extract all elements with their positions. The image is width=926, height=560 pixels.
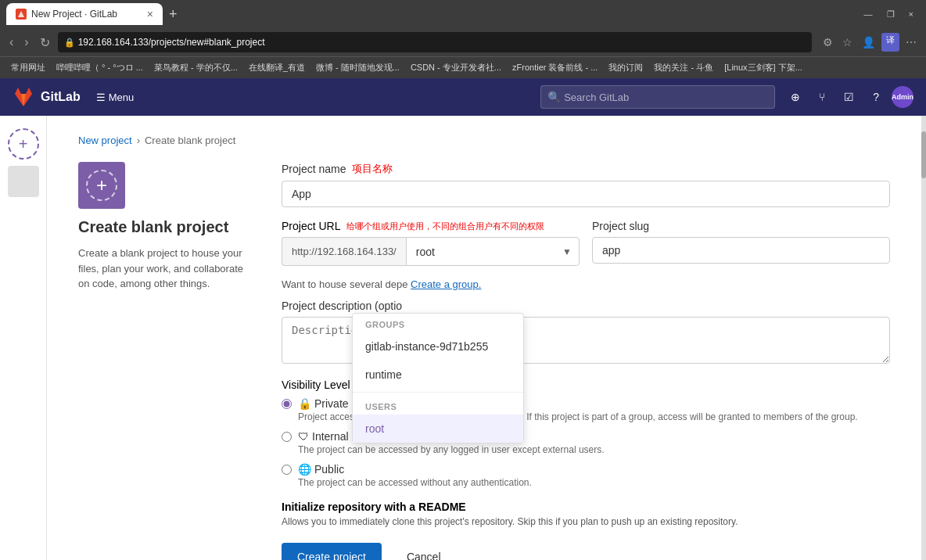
init-section: Initialize repository with a README Allo… xyxy=(282,501,890,527)
dropdown-users-header: Users xyxy=(353,396,523,415)
visibility-label: Visibility Level xyxy=(282,379,350,391)
internal-shield-icon: 🛡 xyxy=(298,430,309,443)
breadcrumb: New project › Create blank project xyxy=(78,135,890,146)
help-icon[interactable]: ? xyxy=(867,88,885,106)
close-window-button[interactable]: × xyxy=(903,6,920,23)
browser-toolbar: ‹ › ↻ 🔒 192.168.164.133/projects/new#bla… xyxy=(0,28,926,56)
url-prefix: http://192.168.164.133/ xyxy=(282,237,406,266)
init-desc: Allows you to immediately clone this pro… xyxy=(282,516,890,527)
project-slug-input[interactable] xyxy=(592,237,890,264)
init-label: Initialize repository with a README xyxy=(282,501,890,513)
bookmark-item[interactable]: CSDN - 专业开发者社... xyxy=(406,60,506,75)
url-namespace-select[interactable]: root xyxy=(406,237,580,266)
left-panel: + Create blank project Create a blank pr… xyxy=(78,162,250,560)
header-search-container[interactable]: 🔍 xyxy=(540,85,775,109)
gitlab-header: GitLab ☰ Menu 🔍 ⊕ ⑂ ☑ ? Administrat xyxy=(0,78,926,116)
private-lock-icon: 🔒 xyxy=(298,397,311,410)
gitlab-wordmark: GitLab xyxy=(41,90,81,104)
slug-label: Project slug xyxy=(592,220,890,232)
dropdown-item-root[interactable]: root xyxy=(353,415,523,443)
extensions-icon[interactable]: ⚙ xyxy=(820,33,836,52)
project-url-note: 给哪个组或用户使用，不同的组合用户有不同的权限 xyxy=(346,221,544,232)
breadcrumb-separator: › xyxy=(137,135,140,146)
visibility-public-option: 🌐 Public The project can be accessed wit… xyxy=(282,463,890,488)
browser-titlebar: New Project · GitLab × + — ❐ × xyxy=(0,0,926,28)
search-icon: 🔍 xyxy=(547,91,561,103)
bookmark-icon[interactable]: ☆ xyxy=(839,33,856,52)
bookmark-item[interactable]: 我的关注 - 斗鱼 xyxy=(649,60,718,75)
create-project-button[interactable]: Create project xyxy=(282,543,382,560)
visibility-public-label[interactable]: 🌐 Public The project can be accessed wit… xyxy=(282,463,890,488)
page-title: Create blank project xyxy=(78,218,250,236)
toolbar-icons: ⚙ ☆ 👤 译 ⋯ xyxy=(820,33,920,52)
bookmark-item[interactable]: zFrontier 装备前线 - ... xyxy=(508,60,602,75)
address-text: 192.168.164.133/projects/new#blank_proje… xyxy=(78,37,806,48)
dropdown-item-gitlab[interactable]: gitlab-instance-9d71b255 xyxy=(353,332,523,361)
project-url-label-row: Project URL 给哪个组或用户使用，不同的组合用户有不同的权限 xyxy=(282,220,580,232)
dropdown-item-runtime[interactable]: runtime xyxy=(353,361,523,389)
user-profile-icon[interactable]: 👤 xyxy=(859,33,878,52)
tab-close-button[interactable]: × xyxy=(147,8,153,20)
visibility-public-radio[interactable] xyxy=(282,465,292,475)
bookmark-item[interactable]: 菜鸟教程 - 学的不仅... xyxy=(149,60,242,75)
description-label-text: Project description (optio xyxy=(282,300,402,312)
project-url-group: Project URL 给哪个组或用户使用，不同的组合用户有不同的权限 http… xyxy=(282,220,890,266)
create-group-link[interactable]: Create a group. xyxy=(411,278,481,290)
new-tab-button[interactable]: + xyxy=(169,6,178,23)
house-note: Want to house several depe Create a grou… xyxy=(282,278,890,290)
window-controls: — ❐ × xyxy=(858,6,920,23)
url-select-wrapper: root ▼ xyxy=(406,237,580,266)
forward-button[interactable]: › xyxy=(21,32,31,52)
bookmark-item[interactable]: 哔哩哔哩（ ° - °つロ ... xyxy=(52,60,148,75)
search-input[interactable] xyxy=(564,92,768,103)
translate-button[interactable]: 译 xyxy=(881,33,899,52)
menu-button[interactable]: ☰ Menu xyxy=(90,88,141,106)
cancel-button[interactable]: Cancel xyxy=(391,543,457,560)
project-name-label-row: Project name 项目名称 xyxy=(282,162,890,176)
back-button[interactable]: ‹ xyxy=(6,32,16,52)
svg-marker-0 xyxy=(18,11,24,17)
project-icon-inner: + xyxy=(86,170,117,201)
public-globe-icon: 🌐 xyxy=(298,463,311,476)
create-project-icon[interactable]: + xyxy=(8,128,39,160)
bookmark-item[interactable]: 常用网址 xyxy=(6,60,50,75)
address-bar[interactable]: 🔒 192.168.164.133/projects/new#blank_pro… xyxy=(58,32,812,52)
url-input-row: http://192.168.164.133/ root ▼ xyxy=(282,237,580,266)
merge-request-icon[interactable]: ⑂ xyxy=(813,88,831,106)
form-actions: Create project Cancel xyxy=(282,543,890,560)
more-icon[interactable]: ⋯ xyxy=(903,33,920,52)
minimize-button[interactable]: — xyxy=(858,6,879,23)
tab-favicon xyxy=(16,9,27,20)
bookmark-item[interactable]: 在线翻译_有道 xyxy=(244,60,310,75)
plus-icon[interactable]: ⊕ xyxy=(784,88,806,106)
bookmark-item[interactable]: 我的订阅 xyxy=(604,60,648,75)
scrollbar[interactable] xyxy=(921,116,926,560)
refresh-button[interactable]: ↻ xyxy=(37,32,53,53)
sidebar-avatar xyxy=(8,166,39,197)
breadcrumb-current: Create blank project xyxy=(145,135,235,146)
project-name-label: Project name xyxy=(282,163,346,175)
description-label: Project description (optio xyxy=(282,300,890,312)
project-name-group: Project name 项目名称 xyxy=(282,162,890,207)
avatar[interactable]: Administrat xyxy=(892,86,913,108)
browser-tab[interactable]: New Project · GitLab × xyxy=(6,3,163,25)
visibility-internal-radio[interactable] xyxy=(282,432,292,442)
breadcrumb-parent[interactable]: New project xyxy=(78,135,132,146)
project-icon: + xyxy=(78,162,125,209)
lock-icon: 🔒 xyxy=(64,38,75,48)
project-name-input[interactable] xyxy=(282,181,890,207)
bookmark-item[interactable]: 微博 - 随时随地发现... xyxy=(311,60,404,75)
bookmark-item[interactable]: [Linux三剑客] 下架... xyxy=(720,60,807,75)
todo-icon[interactable]: ☑ xyxy=(838,88,860,106)
house-note-text: Want to house several depe xyxy=(282,278,407,290)
gitlab-logo[interactable]: GitLab xyxy=(13,86,81,108)
gitlab-logo-icon xyxy=(13,86,34,108)
project-name-note: 项目名称 xyxy=(352,162,393,176)
bookmarks-bar: 常用网址 哔哩哔哩（ ° - °つロ ... 菜鸟教程 - 学的不仅... 在线… xyxy=(0,56,926,78)
hamburger-icon: ☰ xyxy=(96,92,106,103)
header-right: ⊕ ⑂ ☑ ? Administrat xyxy=(784,86,913,108)
maximize-button[interactable]: ❐ xyxy=(881,6,901,23)
visibility-public-desc: The project can be accessed without any … xyxy=(298,477,532,488)
main-content: + New project › Create blank project + C… xyxy=(0,116,926,560)
visibility-private-radio[interactable] xyxy=(282,399,292,409)
